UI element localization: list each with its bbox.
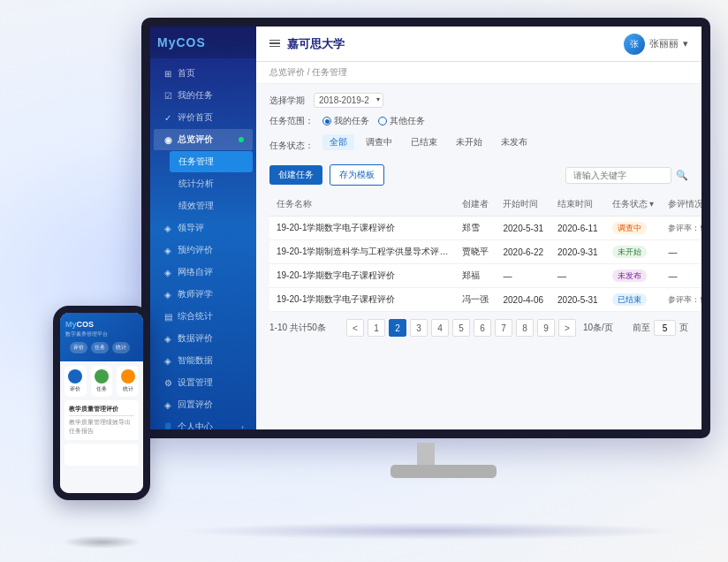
sidebar-summary-label: 综合统计 xyxy=(178,310,213,323)
profile-icon: 👤 xyxy=(163,422,173,432)
monitor-base xyxy=(391,465,497,478)
phone-list-item: 教学质量管理绩效导出任务报告 xyxy=(69,418,134,436)
sidebar-home-label: 首页 xyxy=(178,67,195,80)
main-content: 嘉可思大学 张 张丽丽 ▾ 总览评价 / 任务管理 选择学期 xyxy=(256,27,701,429)
phone-action-eval[interactable]: 评价 xyxy=(64,366,87,397)
phone-card-title: 教学质量管理评价 xyxy=(69,405,134,414)
sidebar-item-eval-home[interactable]: ✓ 评价首页 xyxy=(154,107,253,128)
monitor-stand xyxy=(391,443,461,491)
phone-header: MyCOS 数字素养管理平台 评价 任务 统计 xyxy=(60,313,143,361)
phone-tab-eval[interactable]: 评价 xyxy=(70,342,87,353)
page-9[interactable]: 9 xyxy=(537,319,555,337)
phone-action-task[interactable]: 任务 xyxy=(91,366,113,397)
page-1[interactable]: 1 xyxy=(368,319,385,337)
sidebar-item-task-mgmt[interactable]: 任务管理 xyxy=(170,151,253,172)
phone-action-stats[interactable]: 统计 xyxy=(117,366,139,397)
sidebar-item-appoint[interactable]: ◈ 预约评价 xyxy=(154,239,253,261)
status-tabs: 全部 调查中 已结束 未开始 未发布 xyxy=(322,134,535,150)
tasktype-label: 任务范围： xyxy=(269,115,314,127)
phone-tabs: 评价 任务 统计 xyxy=(65,338,138,357)
pagination-pages: < 1 2 3 4 5 6 7 8 9 > 10条/页 xyxy=(345,319,613,337)
search-input[interactable] xyxy=(565,167,671,184)
overview-icon: ◉ xyxy=(163,134,173,145)
logo-accent: My xyxy=(157,35,176,49)
phone-logo: MyCOS xyxy=(65,320,138,329)
table-header: 任务名称 创建者 开始时间 结束时间 任务状态 ▾ 参评情况 得分 ✦ 操作 xyxy=(269,193,701,216)
sidebar-reset-label: 回置评价 xyxy=(178,399,213,411)
status-tab-unpublished[interactable]: 未发布 xyxy=(494,134,535,150)
summary-icon: ▤ xyxy=(163,311,173,322)
header-title-group: 嘉可思大学 xyxy=(269,36,345,52)
page-4[interactable]: 4 xyxy=(431,319,449,337)
my-tasks-option[interactable]: 我的任务 xyxy=(322,115,369,127)
sidebar-item-home[interactable]: ⊞ 首页 xyxy=(154,63,253,84)
col-start: 开始时间 xyxy=(496,193,550,216)
sidebar-item-leader[interactable]: ◈ 领导评 xyxy=(154,217,253,239)
sidebar-data-label: 数据评价 xyxy=(178,332,213,345)
cell-creator: 郑雪 xyxy=(455,216,496,240)
cell-end: 2020-5-31 xyxy=(550,288,605,312)
cell-rate: 参评率：53.52% xyxy=(661,216,701,240)
semester-label: 选择学期 xyxy=(269,95,305,107)
sidebar-item-self[interactable]: ◈ 网络自评 xyxy=(154,262,253,283)
phone-screen: MyCOS 数字素养管理平台 评价 任务 统计 评价 任务 xyxy=(60,313,143,493)
page-2[interactable]: 2 xyxy=(389,319,406,337)
sidebar-item-reset[interactable]: ◈ 回置评价 xyxy=(154,394,253,415)
goto-suffix: 页 xyxy=(679,322,688,334)
goto-input[interactable] xyxy=(654,320,676,336)
sidebar-overview-label: 总览评价 xyxy=(178,133,213,146)
sidebar-eval-home-label: 评价首页 xyxy=(178,111,213,124)
data-icon: ◈ xyxy=(163,333,173,344)
sidebar-item-settings[interactable]: ⚙ 设置管理 xyxy=(154,372,253,393)
sidebar-item-tasks[interactable]: ☑ 我的任务 xyxy=(154,85,253,106)
table-body: 19-20-1学期数字电子课程评价 郑雪 2020-5-31 2020-6-11… xyxy=(269,216,701,312)
sidebar-item-stats[interactable]: 统计分析 xyxy=(170,173,253,194)
sidebar-item-perf[interactable]: 绩效管理 xyxy=(170,195,253,216)
status-tab-reviewing[interactable]: 调查中 xyxy=(359,134,399,150)
eval-action-label: 评价 xyxy=(66,385,85,393)
pagination-next[interactable]: > xyxy=(558,319,576,337)
other-tasks-option[interactable]: 其他任务 xyxy=(378,115,425,127)
app-container: MyCOS ⊞ 首页 ☑ 我的任务 ✓ 评价首页 xyxy=(150,27,701,429)
semester-value: 2018-2019-2 xyxy=(319,95,369,105)
status-tab-ended[interactable]: 已结束 xyxy=(404,134,444,150)
filter-semester-row: 选择学期 2018-2019-2 ▾ xyxy=(269,93,688,108)
task-action-icon xyxy=(95,369,109,384)
sidebar-section: ⊞ 首页 ☑ 我的任务 ✓ 评价首页 ◉ 总览评价 xyxy=(150,58,256,438)
phone-tab-task[interactable]: 任务 xyxy=(91,342,109,353)
status-tab-all[interactable]: 全部 xyxy=(322,134,354,150)
phone-tab-stats[interactable]: 统计 xyxy=(112,342,130,353)
other-tasks-label: 其他任务 xyxy=(390,115,425,127)
my-tasks-label: 我的任务 xyxy=(334,115,369,127)
monitor-shadow xyxy=(177,522,684,540)
sidebar-item-smart[interactable]: ◈ 智能数据 xyxy=(154,350,253,371)
page-3[interactable]: 3 xyxy=(410,319,428,337)
sidebar-item-summary[interactable]: ▤ 综合统计 xyxy=(154,306,253,327)
status-badge: 未发布 xyxy=(612,270,647,282)
my-tasks-radio[interactable] xyxy=(322,117,331,125)
status-tab-not-started[interactable]: 未开始 xyxy=(449,134,489,150)
header-user[interactable]: 张 张丽丽 ▾ xyxy=(624,34,688,55)
save-template-button[interactable]: 存为模板 xyxy=(330,164,384,186)
page-5[interactable]: 5 xyxy=(452,319,470,337)
username: 张丽丽 xyxy=(649,37,679,50)
page-8[interactable]: 8 xyxy=(516,319,534,337)
status-badge: 未开始 xyxy=(612,246,647,258)
sidebar-item-overview[interactable]: ◉ 总览评价 xyxy=(154,129,253,150)
task-type-radio-group: 我的任务 其他任务 xyxy=(322,115,425,127)
pagination-prev[interactable]: < xyxy=(346,319,364,337)
create-task-button[interactable]: 创建任务 xyxy=(269,165,322,185)
other-tasks-radio[interactable] xyxy=(378,117,387,125)
sidebar-item-data[interactable]: ◈ 数据评价 xyxy=(154,328,253,349)
sidebar-item-teacher[interactable]: ◈ 教师评学 xyxy=(154,284,253,305)
settings-icon: ⚙ xyxy=(163,377,173,388)
cell-status: 调查中 xyxy=(605,216,662,240)
chevron-right-icon: › xyxy=(241,423,244,431)
status-label: 任务状态： xyxy=(269,140,314,152)
page-7[interactable]: 7 xyxy=(495,319,512,337)
semester-select[interactable]: 2018-2019-2 ▾ xyxy=(314,93,383,108)
page-6[interactable]: 6 xyxy=(474,319,491,337)
task-mgmt-label: 任务管理 xyxy=(178,156,214,168)
search-icon: 🔍 xyxy=(676,170,688,181)
sidebar-item-profile[interactable]: 👤 个人中心 › xyxy=(154,416,253,437)
